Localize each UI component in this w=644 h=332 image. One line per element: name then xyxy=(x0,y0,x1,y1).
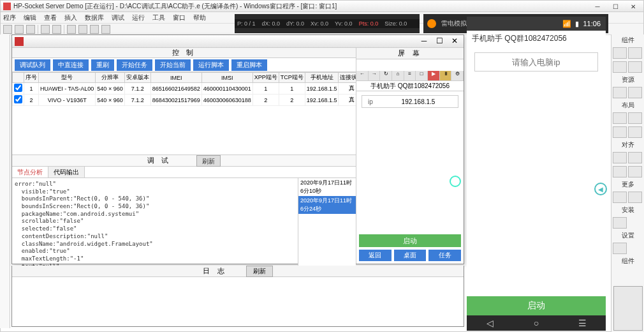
screen-tb-back[interactable]: ← xyxy=(356,71,369,80)
screen-back-button[interactable]: 返回 xyxy=(359,250,392,261)
right-sidebar: 组件 资源 布局 对齐 更多 安装 设置 组件 xyxy=(611,34,644,332)
sidebar-icon[interactable] xyxy=(628,112,642,124)
dialog-maximize-button[interactable]: ☐ xyxy=(432,35,447,47)
phone-start-button[interactable]: 启动 xyxy=(467,296,606,315)
screen-tb-recent[interactable]: □ xyxy=(416,71,428,80)
toolbar-icon[interactable] xyxy=(78,25,87,34)
cell-ver: 7.1.2 xyxy=(124,94,150,106)
menu-item[interactable]: 数据库 xyxy=(85,13,104,22)
nav-home-icon[interactable]: ○ xyxy=(513,315,560,331)
toolbar-icon[interactable] xyxy=(52,25,61,34)
sidebar-icon[interactable] xyxy=(613,112,627,124)
screen-tb-settings[interactable]: ⚙ xyxy=(451,71,464,80)
refresh-button[interactable]: 重刷 xyxy=(91,59,114,71)
screen-tb-home[interactable]: ⌂ xyxy=(392,71,404,80)
log-refresh-button[interactable]: 刷新 xyxy=(246,266,273,277)
direct-connect-button[interactable]: 中直连接 xyxy=(53,59,89,71)
row-checkbox[interactable] xyxy=(14,95,22,103)
dialog-close-button[interactable]: ✕ xyxy=(447,35,462,47)
col-conn: 连接状态 xyxy=(339,73,356,83)
table-row[interactable]: 2 VIVO - V1936T 540 × 960 7.1.2 86843002… xyxy=(13,94,356,106)
sidebar-icon[interactable] xyxy=(613,47,627,59)
dialog-titlebar[interactable]: ─ ☐ ✕ xyxy=(12,35,464,48)
nav-back-icon[interactable]: ◁ xyxy=(467,315,513,331)
dialog-icon xyxy=(15,37,24,46)
screen-tb-reload[interactable]: ↻ xyxy=(380,71,392,80)
sidebar-icon[interactable] xyxy=(628,166,642,177)
menu-item[interactable]: 运行 xyxy=(132,13,145,22)
menu-item[interactable]: 窗口 xyxy=(173,13,186,22)
sidebar-icon[interactable] xyxy=(628,152,642,163)
sidebar-icon[interactable] xyxy=(613,126,627,138)
toolbar-icon[interactable] xyxy=(15,25,24,34)
toolbar-icon[interactable] xyxy=(101,25,110,34)
row-checkbox[interactable] xyxy=(14,84,22,92)
debug-refresh-button[interactable]: 刷新 xyxy=(196,155,221,167)
screen-section-header: 屏 幕 xyxy=(356,48,464,59)
menu-item[interactable]: 帮助 xyxy=(193,13,206,22)
sidebar-icon[interactable] xyxy=(613,152,627,163)
minimize-button[interactable]: ─ xyxy=(589,1,606,12)
debug-queue-button[interactable]: 调试队列 xyxy=(15,59,50,71)
sidebar-icon[interactable] xyxy=(613,61,627,73)
table-row[interactable]: 1 HUAWEI - TAS-AL00 540 × 960 7.1.2 8651… xyxy=(13,83,356,94)
toolbar-icon[interactable] xyxy=(41,25,50,34)
toolbar-icon[interactable] xyxy=(3,25,12,34)
sidebar-icon[interactable] xyxy=(628,87,642,98)
screen-tb-pause[interactable]: ⏸ xyxy=(440,71,452,80)
tab-node-analysis[interactable]: 节点分析 xyxy=(12,167,48,177)
left-gutter xyxy=(0,34,10,328)
stat-p: P: 0 / 1 xyxy=(237,20,256,27)
stat-yv: Yv: 0.0 xyxy=(335,20,353,27)
refresh-circle-icon[interactable] xyxy=(450,176,461,187)
menu-item[interactable]: 工具 xyxy=(152,13,165,22)
floating-action-icon[interactable]: ◀ xyxy=(594,183,607,195)
minimap[interactable] xyxy=(613,286,643,331)
screen-tb-play[interactable]: ▶ xyxy=(428,71,440,80)
sidebar-icon[interactable] xyxy=(613,166,627,177)
phone-ip-input[interactable] xyxy=(474,52,598,72)
restart-script-button[interactable]: 重启脚本 xyxy=(231,59,267,71)
start-current-button[interactable]: 开始当前 xyxy=(155,59,191,71)
sidebar-icon[interactable] xyxy=(613,87,627,98)
run-script-button[interactable]: 运行脚本 xyxy=(193,59,229,71)
cell-conn: 真 xyxy=(339,83,356,94)
screen-start-button[interactable]: 启动 xyxy=(359,234,461,247)
toolbar-icon[interactable] xyxy=(67,25,76,34)
sidebar-icon[interactable] xyxy=(613,217,627,229)
list-item[interactable]: 2020年9月17日11时6分10秒 xyxy=(298,178,356,196)
screen-home-button[interactable]: 桌面 xyxy=(394,250,427,261)
list-item[interactable]: 2020年9月17日11时6分24秒 xyxy=(298,196,356,214)
tab-code-output[interactable]: 代码输出 xyxy=(48,167,85,177)
maximize-button[interactable]: ☐ xyxy=(606,1,624,12)
sidebar-label: 安装 xyxy=(611,204,644,216)
screen-tb-menu[interactable]: ≡ xyxy=(404,71,416,80)
sidebar-icon[interactable] xyxy=(613,192,627,203)
device-title: 手机助手 QQ群1082472056 xyxy=(356,81,464,91)
screen-task-button[interactable]: 任务 xyxy=(428,250,461,261)
menu-item[interactable]: 插入 xyxy=(64,13,77,22)
toolbar-icon[interactable] xyxy=(90,25,99,34)
toolbar-icon[interactable] xyxy=(26,25,35,34)
menu-item[interactable]: 调试 xyxy=(112,13,124,22)
menu-item[interactable]: 编辑 xyxy=(24,13,36,22)
sidebar-icon[interactable] xyxy=(628,192,642,203)
sidebar-icon[interactable] xyxy=(628,47,642,59)
toolbar-separator xyxy=(38,25,38,34)
main-title: HP-Socket Server Demo [正在运行] - D:\ACC调试工… xyxy=(13,2,337,11)
close-button[interactable]: ✕ xyxy=(624,1,642,12)
phone-app-header: 手机助手 QQ群1082472056 xyxy=(467,31,606,46)
sidebar-icon[interactable] xyxy=(628,126,642,138)
dialog-minimize-button[interactable]: ─ xyxy=(416,35,432,47)
phone-body xyxy=(467,78,606,314)
sidebar-icon[interactable] xyxy=(628,61,642,73)
log-body[interactable] xyxy=(12,277,464,326)
screen-tb-fwd[interactable]: → xyxy=(369,71,381,80)
menu-item[interactable]: 查看 xyxy=(44,13,57,22)
start-task-button[interactable]: 开始任务 xyxy=(117,59,152,71)
menu-item[interactable]: 程序 xyxy=(3,13,16,22)
sidebar-icon[interactable] xyxy=(613,243,627,254)
sidebar-label: 对齐 xyxy=(611,139,644,151)
nav-recent-icon[interactable]: ☰ xyxy=(559,315,606,331)
sidebar-label: 组件 xyxy=(611,255,644,267)
